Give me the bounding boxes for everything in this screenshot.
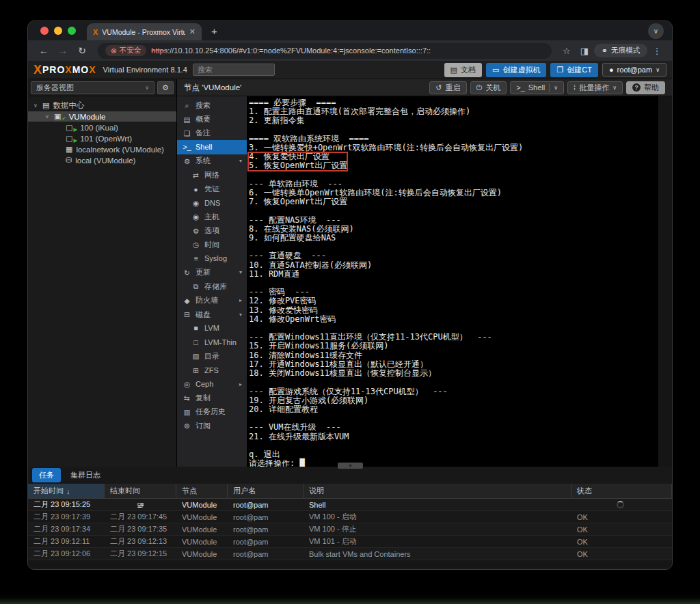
panel-splitter-handle[interactable]: ▼: [338, 463, 363, 469]
node-menu-item[interactable]: ⊕ 订阅: [177, 419, 247, 433]
tab-search-chevron-icon[interactable]: ∨: [648, 23, 664, 39]
task-panel-tab[interactable]: 集群日志: [64, 468, 107, 482]
security-badge[interactable]: ⊗ 不安全: [105, 45, 146, 56]
lvm-thin-icon: □: [191, 338, 200, 346]
expand-caret-icon[interactable]: ▾: [239, 312, 242, 318]
task-row[interactable]: 二月 23 09:17:39 二月 23 09:17:45 🖳 VUModule…: [28, 511, 672, 523]
node-menu-item[interactable]: ● 凭证: [177, 182, 247, 195]
forward-icon[interactable]: →: [54, 45, 72, 56]
node-header-bar: 节点 'VUModule' ↺ 重启 ⏻ 关机 >_ Shell ∨: [177, 79, 672, 96]
maximize-window-button[interactable]: [68, 27, 76, 35]
tree-item[interactable]: ▢ ▶ 100 (iKuai): [28, 122, 176, 133]
node-menu-item[interactable]: ⇆ 复制: [177, 391, 247, 404]
column-header[interactable]: 状态: [571, 484, 672, 498]
tree-item[interactable]: ⛁ local (VUModule): [28, 155, 176, 165]
node-menu-item[interactable]: ◉ DNS: [177, 196, 247, 210]
url-scheme: https: [151, 46, 167, 55]
close-window-button[interactable]: [40, 27, 49, 35]
node-menu-item[interactable]: ❏ 备注: [177, 126, 247, 140]
node-menu-item[interactable]: ⧉ 存储库: [177, 279, 247, 293]
chevron-down-icon: ∨: [656, 67, 660, 73]
gear-icon: ⚙: [162, 83, 169, 92]
column-header[interactable]: 开始时间 ↓: [28, 484, 105, 498]
tree-item[interactable]: ∨ ▣ ✔ VUModule: [28, 111, 176, 122]
expand-caret-icon[interactable]: ▾: [239, 269, 242, 275]
task-row[interactable]: 二月 23 09:17:34 二月 23 09:17:35 🖳 VUModule…: [28, 523, 672, 536]
node-menu-item[interactable]: ▤ 概要: [177, 112, 247, 126]
task-row[interactable]: 二月 23 09:12:11 二月 23 09:12:13 🖳 VUModule…: [28, 536, 672, 548]
tree-item[interactable]: ▢ ▶ 101 (OpenWrt): [28, 133, 176, 143]
view-selector-dropdown[interactable]: 服务器视图 ∨: [31, 81, 154, 94]
node-menu-item[interactable]: ■ LVM: [177, 321, 247, 335]
task-user: root@pam: [228, 548, 304, 560]
node-menu-item[interactable]: ▨ 目录: [177, 349, 247, 363]
address-bar[interactable]: ⊗ 不安全 https://10.10.10.254:8006/#v1:0:=n…: [98, 43, 552, 59]
node-menu-item[interactable]: ▥ 任务历史: [177, 405, 247, 419]
node-menu-item[interactable]: ⚙ 选项: [177, 224, 247, 238]
column-header[interactable]: 结束时间: [105, 484, 176, 498]
node-menu-item[interactable]: □ LVM-Thin: [177, 335, 247, 349]
monitor-icon: ▭: [492, 66, 499, 74]
menu-item-label: 磁盘: [196, 310, 211, 320]
create-ct-button[interactable]: ❒ 创建CT: [550, 63, 598, 77]
node-menu-item[interactable]: ◷ 时间: [177, 238, 247, 251]
proxmox-logo[interactable]: X PROXMOX: [33, 63, 96, 77]
node-menu-item[interactable]: >_ Shell: [177, 140, 247, 154]
node-menu-item[interactable]: ↻ 更新 ▾: [177, 266, 247, 279]
reload-icon[interactable]: ↻: [73, 45, 91, 56]
bulk-actions-button[interactable]: ⁞ 批量操作 ∨: [567, 81, 623, 94]
tree-caret-icon[interactable]: ∨: [45, 113, 51, 120]
menu-item-label: 系统: [196, 156, 211, 166]
column-header[interactable]: 说明: [304, 484, 571, 498]
shell-terminal[interactable]: ==== 必要步骤 ====1. 配置主路由直通环境(首次部署完整合包，启动必须…: [247, 96, 672, 467]
help-button[interactable]: ? 帮助: [626, 81, 665, 94]
header-actions: ▤ 文档 ▭ 创建虚拟机 ❒ 创建CT ● root@pam ∨: [444, 63, 667, 77]
task-user: root@pam: [228, 511, 304, 523]
new-tab-button[interactable]: +: [211, 26, 217, 36]
back-icon[interactable]: ←: [35, 45, 53, 56]
updates-icon: ↻: [183, 269, 191, 277]
tree-caret-icon[interactable]: ∨: [33, 102, 40, 109]
tree-item[interactable]: ∨ ▤ 数据中心: [28, 100, 176, 111]
not-secure-icon: ⊗: [111, 46, 117, 55]
column-header-label: 节点: [182, 486, 197, 496]
node-menu-item[interactable]: ◎ Ceph ▸: [177, 377, 247, 391]
task-panel-tab[interactable]: 任务: [32, 468, 61, 482]
shutdown-button[interactable]: ⏻ 关机: [470, 81, 507, 94]
side-panel-icon[interactable]: ◨: [576, 46, 593, 56]
column-header[interactable]: 用户名: [228, 484, 304, 498]
node-menu-item[interactable]: ⇄ 网络: [177, 168, 247, 182]
node-menu-item[interactable]: ⌕ 搜索: [177, 98, 247, 112]
node-menu-item[interactable]: ⊞ ZFS: [177, 363, 247, 376]
shell-split-button[interactable]: >_ Shell ∨: [510, 81, 564, 94]
browser-menu-icon[interactable]: ⋮: [649, 46, 665, 56]
column-header-label: 用户名: [233, 486, 256, 496]
task-panel: 任务 集群日志 开始时间 ↓ 结束时间: [28, 467, 672, 569]
user-menu-button[interactable]: ● root@pam ∨: [602, 63, 667, 77]
task-row[interactable]: 二月 23 09:15:25 🖳 VUModule root@pam Shell: [28, 499, 672, 511]
global-search-input[interactable]: [193, 64, 275, 76]
expand-caret-icon[interactable]: ▸: [239, 381, 242, 387]
proxmox-wordmark: PROXMOX: [42, 64, 96, 75]
column-header[interactable]: 节点: [176, 484, 228, 498]
node-menu-item[interactable]: ⊟ 磁盘 ▾: [177, 307, 247, 321]
create-vm-button[interactable]: ▭ 创建虚拟机: [486, 63, 546, 77]
expand-caret-icon[interactable]: ▾: [239, 158, 242, 164]
task-row[interactable]: 二月 23 09:12:06 二月 23 09:12:15 🖳 VUModule…: [28, 548, 672, 560]
node-menu-item[interactable]: ◉ 主机: [177, 210, 247, 223]
expand-caret-icon[interactable]: ▸: [239, 297, 242, 303]
node-menu-item[interactable]: ◆ 防火墙 ▸: [177, 293, 247, 307]
tree-settings-button[interactable]: ⚙: [157, 81, 174, 94]
browser-window: X VUModule - Proxmox Virtual E ✕ + ∨ ← →…: [27, 20, 673, 570]
node-menu-item[interactable]: ⚙ 系统 ▾: [177, 154, 247, 168]
documentation-button[interactable]: ▤ 文档: [444, 63, 482, 77]
chevron-down-icon[interactable]: ∨: [554, 85, 558, 91]
reboot-button[interactable]: ↺ 重启: [429, 81, 466, 94]
terminal-scrollbar[interactable]: [658, 96, 672, 467]
browser-tab[interactable]: X VUModule - Proxmox Virtual E ✕: [87, 23, 202, 40]
tab-close-icon[interactable]: ✕: [189, 27, 196, 36]
node-menu-item[interactable]: ≡ Syslog: [177, 251, 247, 265]
tree-item[interactable]: ▦ localnetwork (VUModule): [28, 144, 176, 154]
bookmark-star-icon[interactable]: ☆: [558, 46, 575, 56]
minimize-window-button[interactable]: [54, 27, 62, 35]
